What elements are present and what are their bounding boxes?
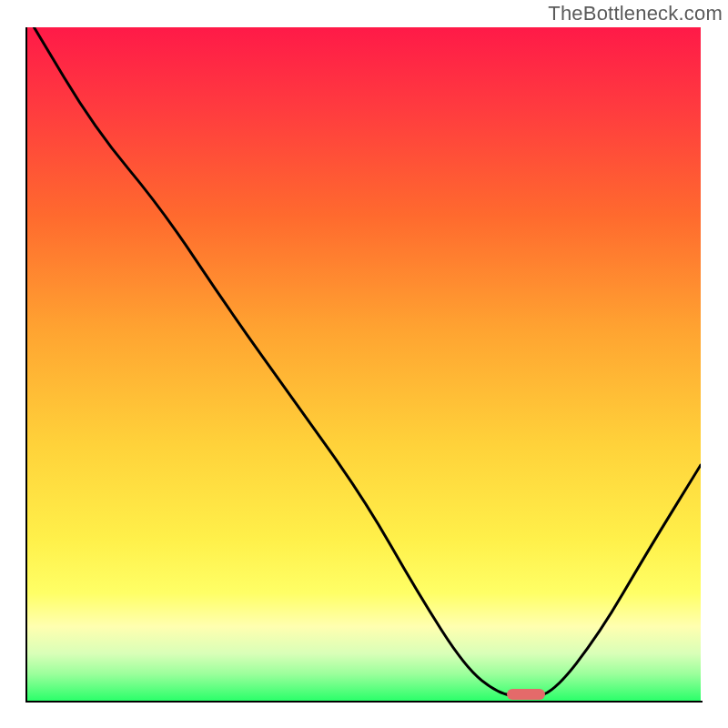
x-axis bbox=[25, 701, 703, 703]
curve-path bbox=[34, 27, 701, 696]
watermark-text: TheBottleneck.com bbox=[548, 2, 723, 25]
plot-area bbox=[27, 27, 701, 701]
chart-container: TheBottleneck.com bbox=[0, 0, 728, 728]
y-axis bbox=[25, 27, 27, 703]
bottleneck-curve bbox=[27, 27, 701, 701]
optimal-marker bbox=[507, 689, 545, 700]
